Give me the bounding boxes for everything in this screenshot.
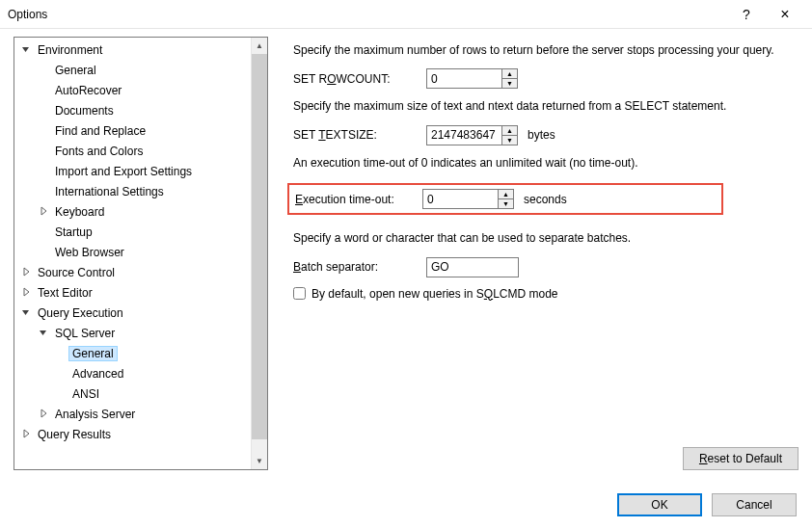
tree-item-find-and-replace[interactable]: Find and Replace xyxy=(14,120,251,141)
spinner-up-icon[interactable]: ▲ xyxy=(502,126,517,136)
textsize-description: Specify the maximum size of text and nte… xyxy=(293,98,797,115)
tree-item-label: Environment xyxy=(34,42,106,58)
scroll-down-icon[interactable]: ▼ xyxy=(252,453,267,469)
tree-item-international-settings[interactable]: International Settings xyxy=(14,181,251,201)
batch-label: Batch separator: xyxy=(293,260,426,274)
scroll-up-icon[interactable]: ▲ xyxy=(252,38,267,54)
tree-item-sql-server[interactable]: SQL Server xyxy=(14,323,251,343)
tree-item-documents[interactable]: Documents xyxy=(14,100,251,120)
chevron-down-icon[interactable] xyxy=(36,328,51,339)
tree-item-general[interactable]: General xyxy=(14,343,251,363)
reset-to-default-button[interactable]: Reset to Default xyxy=(683,447,798,470)
close-icon[interactable]: × xyxy=(766,6,804,23)
spinner-up-icon[interactable]: ▲ xyxy=(502,69,517,79)
tree-item-import-and-export-settings[interactable]: Import and Export Settings xyxy=(14,161,251,181)
textsize-spinner[interactable]: ▲ ▼ xyxy=(426,125,518,145)
chevron-right-icon[interactable] xyxy=(36,206,51,218)
tree-item-label: Find and Replace xyxy=(51,123,149,139)
tree-item-keyboard[interactable]: Keyboard xyxy=(14,201,251,222)
tree-item-autorecover[interactable]: AutoRecover xyxy=(14,80,251,100)
tree-item-advanced[interactable]: Advanced xyxy=(14,363,251,383)
tree-item-startup[interactable]: Startup xyxy=(14,222,251,242)
tree-item-label: Fonts and Colors xyxy=(51,144,147,159)
chevron-right-icon[interactable] xyxy=(18,267,34,278)
tree-item-label: ANSI xyxy=(68,386,103,402)
tree-item-label: Query Execution xyxy=(34,305,127,321)
tree-item-web-browser[interactable]: Web Browser xyxy=(14,242,251,262)
tree-item-label: AutoRecover xyxy=(51,83,125,98)
help-icon[interactable]: ? xyxy=(727,7,766,22)
batch-input[interactable] xyxy=(426,257,519,277)
spinner-down-icon[interactable]: ▼ xyxy=(502,79,517,88)
tree-item-label: Keyboard xyxy=(51,204,108,220)
tree-item-label: Text Editor xyxy=(34,285,96,301)
tree-item-fonts-and-colors[interactable]: Fonts and Colors xyxy=(14,141,251,161)
rowcount-spinner[interactable]: ▲ ▼ xyxy=(426,68,518,89)
tree-item-label: General xyxy=(68,346,118,361)
chevron-right-icon[interactable] xyxy=(18,287,34,299)
textsize-input[interactable] xyxy=(426,125,501,145)
dialog-footer: OK Cancel xyxy=(617,493,797,516)
tree-item-label: Advanced xyxy=(68,366,127,382)
chevron-right-icon[interactable] xyxy=(36,409,51,420)
spinner-down-icon[interactable]: ▼ xyxy=(502,136,517,145)
textsize-label: SET TEXTSIZE: xyxy=(293,128,426,142)
chevron-right-icon[interactable] xyxy=(18,429,34,440)
timeout-suffix: seconds xyxy=(524,193,567,206)
tree-item-query-execution[interactable]: Query Execution xyxy=(14,303,251,323)
window-title: Options xyxy=(8,8,727,21)
tree-item-general[interactable]: General xyxy=(14,60,251,80)
tree-item-source-control[interactable]: Source Control xyxy=(14,262,251,282)
timeout-label: Execution time-out: xyxy=(295,193,422,206)
tree-item-label: Analysis Server xyxy=(51,407,139,422)
tree-item-ansi[interactable]: ANSI xyxy=(14,383,251,404)
tree-item-label: Import and Export Settings xyxy=(51,164,196,179)
rowcount-input[interactable] xyxy=(426,68,501,89)
tree-item-label: International Settings xyxy=(51,184,168,199)
tree-list[interactable]: EnvironmentGeneralAutoRecoverDocumentsFi… xyxy=(14,38,251,469)
timeout-spinner[interactable]: ▲ ▼ xyxy=(422,189,514,209)
sqlcmd-label[interactable]: By default, open new queries in SQLCMD m… xyxy=(311,287,557,301)
tree-item-label: Documents xyxy=(51,103,118,119)
rowcount-label: SET ROWCOUNT: xyxy=(293,72,426,86)
tree-item-text-editor[interactable]: Text Editor xyxy=(14,282,251,303)
tree-item-environment[interactable]: Environment xyxy=(14,40,251,60)
tree-item-query-results[interactable]: Query Results xyxy=(14,424,251,444)
textsize-suffix: bytes xyxy=(528,128,555,142)
spinner-down-icon[interactable]: ▼ xyxy=(499,199,513,208)
tree-item-label: SQL Server xyxy=(51,326,119,341)
timeout-input[interactable] xyxy=(422,189,498,209)
cancel-button[interactable]: Cancel xyxy=(712,493,797,516)
options-tree: EnvironmentGeneralAutoRecoverDocumentsFi… xyxy=(14,37,268,470)
tree-item-label: Startup xyxy=(51,224,96,240)
timeout-description: An execution time-out of 0 indicates an … xyxy=(293,155,797,172)
timeout-highlight: Execution time-out: ▲ ▼ seconds xyxy=(287,183,723,215)
tree-item-label: General xyxy=(51,63,100,78)
scroll-thumb[interactable] xyxy=(252,54,267,439)
options-content: Specify the maximum number of rows to re… xyxy=(268,37,798,472)
batch-description: Specify a word or character that can be … xyxy=(293,230,797,247)
scrollbar[interactable]: ▲ ▼ xyxy=(251,38,267,469)
spinner-up-icon[interactable]: ▲ xyxy=(499,190,513,199)
tree-item-label: Web Browser xyxy=(51,245,128,260)
rowcount-description: Specify the maximum number of rows to re… xyxy=(293,42,797,59)
tree-item-label: Query Results xyxy=(34,427,115,442)
chevron-down-icon[interactable] xyxy=(18,307,34,319)
ok-button[interactable]: OK xyxy=(617,493,702,516)
chevron-down-icon[interactable] xyxy=(18,44,34,56)
sqlcmd-checkbox[interactable] xyxy=(293,287,306,300)
tree-item-label: Source Control xyxy=(34,265,119,280)
titlebar: Options ? × xyxy=(0,0,812,29)
tree-item-analysis-server[interactable]: Analysis Server xyxy=(14,404,251,424)
